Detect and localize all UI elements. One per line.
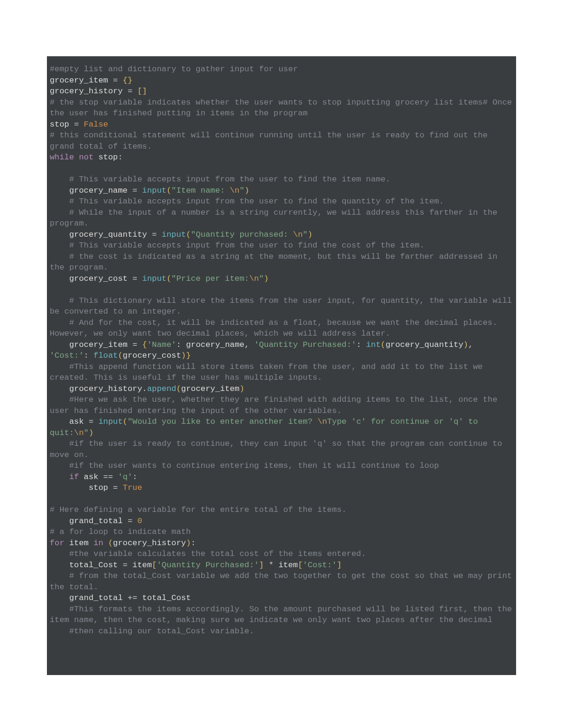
operator-token: : — [84, 351, 94, 360]
code-line: # from the total_Cost variable we add th… — [50, 570, 513, 593]
code-line: stop = False — [50, 119, 513, 130]
builtin-token: float — [93, 351, 118, 360]
paren-token: ) — [264, 274, 268, 283]
identifier-token: grand_total — [69, 517, 127, 525]
operator-token: = — [128, 517, 137, 525]
string-token: " — [259, 274, 264, 283]
paren-token: ) — [186, 539, 190, 548]
code-line: while not stop: — [50, 152, 513, 163]
code-line: #the variable calculates the total cost … — [50, 548, 513, 560]
identifier-token: stop — [50, 120, 74, 129]
comment-token: # This variable accepts input from the u… — [69, 197, 444, 206]
paren-token: ) — [239, 384, 244, 393]
operator-token: = — [74, 120, 84, 129]
identifier-token: total_Cost — [142, 593, 191, 602]
operator-token: = — [132, 186, 142, 195]
code-line: #if the user wants to continue entering … — [50, 460, 513, 472]
code-line: # While the input of a number is a strin… — [50, 207, 513, 229]
paren-token: ( — [167, 186, 171, 195]
operator-token: : — [356, 340, 366, 349]
identifier-token: item — [69, 539, 93, 548]
keyword-token: for — [50, 539, 69, 548]
code-line: grocery_name = input("Item name: \n") — [50, 185, 513, 196]
keyword-token: while not — [50, 153, 99, 162]
operator-token: , — [468, 340, 478, 349]
comment-token: #empty list and dictionary to gather inp… — [50, 65, 298, 74]
string-token: "Price per item: — [171, 274, 249, 283]
identifier-token: grocery_history — [113, 539, 186, 548]
comment-token: #This append function will store items t… — [50, 362, 487, 383]
method-token: append — [147, 384, 176, 393]
string-token: " — [84, 428, 89, 437]
paren-token: ) — [308, 230, 312, 239]
comment-token: # the cost is indicated as a string at t… — [50, 252, 502, 272]
identifier-token: grocery_cost — [69, 274, 132, 283]
identifier-token: item — [132, 561, 152, 570]
bracket-token: [ — [152, 561, 157, 570]
code-line: grocery_history.append(grocery_item) — [50, 383, 513, 395]
operator-token: = — [123, 561, 133, 570]
string-token: " — [240, 186, 244, 195]
identifier-token: grocery_quantity — [69, 230, 152, 239]
comment-token: #then calling our total_Cost variable. — [69, 627, 254, 636]
paren-token: ( — [118, 351, 122, 360]
operator-token: += — [128, 593, 142, 602]
string-token: "Quantity purchased: — [191, 230, 293, 239]
keyword-token: if — [69, 473, 84, 481]
comment-token: # While the input of a number is a strin… — [50, 208, 502, 228]
identifier-token: grocery_item — [50, 76, 113, 85]
builtin-token: input — [142, 186, 167, 195]
operator-token: = — [113, 76, 123, 85]
code-line: # Here defining a variable for the entir… — [50, 504, 513, 516]
identifier-token: ask — [69, 417, 88, 426]
identifier-token: stop — [99, 153, 118, 162]
number-token: 0 — [137, 517, 142, 525]
comment-token: # a for loop to indicate math — [50, 527, 191, 536]
string-token: 'q' — [118, 473, 132, 481]
blank-line — [50, 284, 513, 295]
comment-token: # this conditional statement will contin… — [50, 131, 493, 151]
document-page: #empty list and dictionary to gather inp… — [0, 0, 563, 728]
code-line: # And for the cost, it will be indicated… — [50, 317, 513, 339]
identifier-token: stop — [89, 483, 113, 492]
code-line: total_Cost = item['Quantity Purchased:']… — [50, 560, 513, 571]
string-token: 'Quantity Purchased:' — [254, 340, 357, 349]
keyword-token: in — [93, 539, 108, 548]
code-line: #This append function will store items t… — [50, 361, 513, 383]
identifier-token: grocery_history — [69, 384, 142, 393]
escape-token: \n — [230, 186, 240, 195]
identifier-token: grocery_history — [50, 87, 128, 96]
paren-token: ( — [176, 384, 181, 393]
blank-line — [50, 163, 513, 174]
builtin-token: input — [99, 417, 123, 426]
comment-token: # And for the cost, it will be indicated… — [50, 318, 502, 338]
string-token: 'Name' — [147, 340, 176, 349]
comment-token: # from the total_Cost variable we add th… — [50, 571, 516, 592]
operator-token: = — [152, 230, 162, 239]
code-line: #empty list and dictionary to gather inp… — [50, 64, 513, 75]
operator-token: : — [132, 473, 137, 481]
paren-token: ( — [123, 417, 128, 426]
operator-token: = — [128, 87, 137, 96]
identifier-token: grocery_name — [69, 186, 132, 195]
paren-token: ) — [464, 340, 468, 349]
operator-token: = — [132, 340, 142, 349]
code-line: grocery_quantity = input("Quantity purch… — [50, 229, 513, 240]
code-line: grocery_item = {} — [50, 75, 513, 86]
builtin-token: int — [366, 340, 380, 349]
operator-token: == — [103, 473, 118, 481]
blank-line — [50, 494, 513, 505]
code-line: # the stop variable indicates whether th… — [50, 97, 513, 119]
boolean-token: False — [84, 120, 108, 129]
brace-token: } — [186, 351, 190, 360]
comment-token: # the stop variable indicates whether th… — [50, 98, 516, 118]
identifier-token: grocery_item — [181, 384, 239, 393]
operator-token: . — [142, 384, 147, 393]
identifier-token: grocery_item — [69, 340, 132, 349]
code-line: # This dictionary will store the items f… — [50, 295, 513, 317]
operator-token: : — [191, 539, 196, 548]
operator-token: = — [89, 417, 99, 426]
code-line: for item in (grocery_history): — [50, 538, 513, 549]
operator-token: = — [132, 274, 142, 283]
code-line: #if the user is ready to continue, they … — [50, 438, 513, 460]
